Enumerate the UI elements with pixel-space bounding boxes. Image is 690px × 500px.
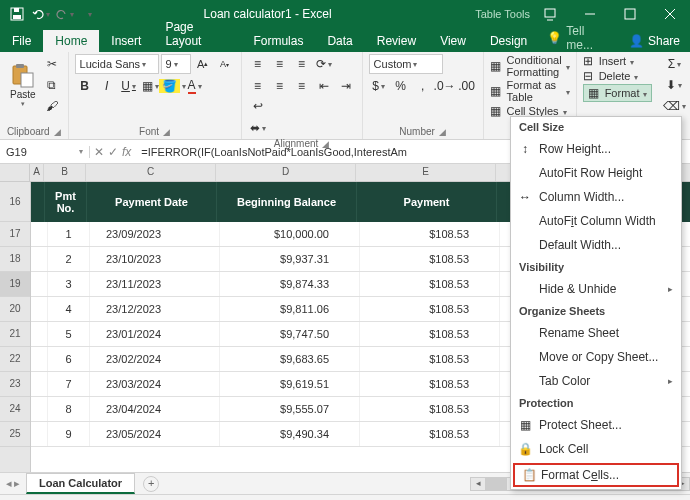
italic-button[interactable]: I xyxy=(97,76,117,96)
font-launcher-icon[interactable]: ◢ xyxy=(163,127,170,137)
cell[interactable]: $9,937.31 xyxy=(220,247,360,271)
cell[interactable]: 3 xyxy=(48,272,90,296)
row-header[interactable]: 25 xyxy=(0,422,30,447)
fill-icon[interactable]: ⬇ xyxy=(664,75,684,95)
align-left-icon[interactable]: ≡ xyxy=(248,76,268,96)
cell[interactable]: $108.53 xyxy=(360,422,500,446)
cell[interactable]: $9,490.34 xyxy=(220,422,360,446)
tab-view[interactable]: View xyxy=(428,30,478,52)
cell[interactable]: 23/09/2023 xyxy=(90,222,220,246)
menu-protect-sheet[interactable]: ▦Protect Sheet... xyxy=(511,413,681,437)
align-center-icon[interactable]: ≡ xyxy=(270,76,290,96)
cell[interactable]: 8 xyxy=(48,397,90,421)
cell[interactable]: $9,555.07 xyxy=(220,397,360,421)
indent-inc-icon[interactable]: ⇥ xyxy=(336,76,356,96)
insert-cells-button[interactable]: ⊞Insert xyxy=(583,54,653,68)
cell[interactable]: $108.53 xyxy=(360,347,500,371)
accounting-icon[interactable]: $ xyxy=(369,76,389,96)
menu-autofit-row[interactable]: AutoFit Row Height xyxy=(511,161,681,185)
menu-lock-cell[interactable]: 🔒Lock Cell xyxy=(511,437,681,461)
cell[interactable]: $108.53 xyxy=(360,372,500,396)
delete-cells-button[interactable]: ⊟Delete xyxy=(583,69,653,83)
cell[interactable]: 23/02/2024 xyxy=(90,347,220,371)
cell[interactable]: $9,619.51 xyxy=(220,372,360,396)
cell[interactable]: $9,874.33 xyxy=(220,272,360,296)
tab-data[interactable]: Data xyxy=(315,30,364,52)
tab-formulas[interactable]: Formulas xyxy=(241,30,315,52)
name-box[interactable]: G19 xyxy=(0,146,90,158)
format-painter-icon[interactable]: 🖌 xyxy=(42,96,62,116)
inc-decimal-icon[interactable]: .0→ xyxy=(435,76,455,96)
col-header[interactable]: D xyxy=(216,164,356,181)
font-name-combo[interactable]: Lucida Sans xyxy=(75,54,159,74)
row-header[interactable]: 24 xyxy=(0,397,30,422)
tab-review[interactable]: Review xyxy=(365,30,428,52)
merge-center-icon[interactable]: ⬌ xyxy=(248,118,268,138)
cell[interactable]: 23/03/2024 xyxy=(90,372,220,396)
align-top-icon[interactable]: ≡ xyxy=(248,54,268,74)
bold-button[interactable]: B xyxy=(75,76,95,96)
align-middle-icon[interactable]: ≡ xyxy=(270,54,290,74)
menu-col-width[interactable]: ↔Column Width... xyxy=(511,185,681,209)
dec-decimal-icon[interactable]: .00 xyxy=(457,76,477,96)
underline-button[interactable]: U xyxy=(119,76,139,96)
row-header[interactable]: 22 xyxy=(0,347,30,372)
orientation-icon[interactable]: ⟳ xyxy=(314,54,334,74)
percent-icon[interactable]: % xyxy=(391,76,411,96)
cell[interactable]: 5 xyxy=(48,322,90,346)
cell[interactable]: 23/12/2023 xyxy=(90,297,220,321)
fill-color-button[interactable]: 🪣 xyxy=(163,76,183,96)
cell[interactable]: $9,683.65 xyxy=(220,347,360,371)
row-header[interactable]: 21 xyxy=(0,322,30,347)
cell[interactable]: 6 xyxy=(48,347,90,371)
sheet-nav-first-icon[interactable]: ◂ xyxy=(6,477,12,490)
cell[interactable]: 2 xyxy=(48,247,90,271)
menu-move-copy[interactable]: Move or Copy Sheet... xyxy=(511,345,681,369)
wrap-text-icon[interactable]: ↩ xyxy=(248,96,268,116)
redo-icon[interactable] xyxy=(54,3,76,25)
cell[interactable]: 23/01/2024 xyxy=(90,322,220,346)
row-header[interactable]: 18 xyxy=(0,247,30,272)
cell[interactable]: 23/04/2024 xyxy=(90,397,220,421)
close-button[interactable] xyxy=(650,0,690,28)
sheet-tab[interactable]: Loan Calculator xyxy=(26,473,135,494)
copy-icon[interactable]: ⧉ xyxy=(42,75,62,95)
conditional-formatting-button[interactable]: ▦Conditional Formatting xyxy=(490,54,570,78)
cell[interactable]: $10,000.00 xyxy=(220,222,360,246)
cell[interactable]: $108.53 xyxy=(360,272,500,296)
col-header[interactable]: C xyxy=(86,164,216,181)
row-header[interactable]: 16 xyxy=(0,182,30,222)
save-icon[interactable] xyxy=(6,3,28,25)
tab-insert[interactable]: Insert xyxy=(99,30,153,52)
comma-icon[interactable]: , xyxy=(413,76,433,96)
indent-dec-icon[interactable]: ⇤ xyxy=(314,76,334,96)
number-launcher-icon[interactable]: ◢ xyxy=(439,127,446,137)
cell[interactable]: 7 xyxy=(48,372,90,396)
cell[interactable]: 23/11/2023 xyxy=(90,272,220,296)
font-color-button[interactable]: A xyxy=(185,76,205,96)
cell[interactable]: 4 xyxy=(48,297,90,321)
cancel-formula-icon[interactable]: ✕ xyxy=(94,145,104,159)
cell[interactable]: $108.53 xyxy=(360,397,500,421)
tab-file[interactable]: File xyxy=(0,30,43,52)
cut-icon[interactable]: ✂ xyxy=(42,54,62,74)
cell[interactable]: $108.53 xyxy=(360,297,500,321)
cell[interactable]: 23/05/2024 xyxy=(90,422,220,446)
undo-icon[interactable] xyxy=(30,3,52,25)
border-button[interactable]: ▦ xyxy=(141,76,161,96)
new-sheet-button[interactable]: + xyxy=(143,476,159,492)
align-right-icon[interactable]: ≡ xyxy=(292,76,312,96)
fx-icon[interactable]: fx xyxy=(122,145,131,159)
cell[interactable]: 1 xyxy=(48,222,90,246)
tab-pagelayout[interactable]: Page Layout xyxy=(153,16,241,52)
clipboard-launcher-icon[interactable]: ◢ xyxy=(54,127,61,137)
row-header[interactable]: 23 xyxy=(0,372,30,397)
col-header[interactable]: B xyxy=(44,164,86,181)
tell-me[interactable]: 💡Tell me... xyxy=(539,24,619,52)
tab-design[interactable]: Design xyxy=(478,30,539,52)
row-header[interactable]: 20 xyxy=(0,297,30,322)
share-button[interactable]: 👤Share xyxy=(619,30,690,52)
cell[interactable]: $108.53 xyxy=(360,247,500,271)
shrink-font-icon[interactable]: A▾ xyxy=(215,54,235,74)
sheet-nav-last-icon[interactable]: ▸ xyxy=(14,477,20,490)
